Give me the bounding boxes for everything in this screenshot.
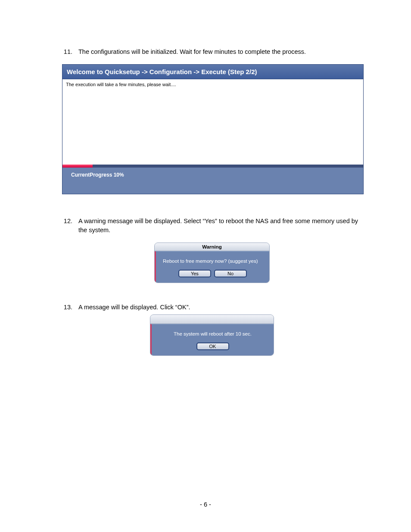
- step-text: A message will be displayed. Click “OK”.: [78, 303, 368, 312]
- quicksetup-panel: Welcome to Quicksetup -> Configuration -…: [62, 64, 364, 194]
- step-number: 12.: [56, 217, 78, 235]
- dialog-message: Reboot to free memory now? (suggest yes): [163, 258, 262, 264]
- ok-button[interactable]: OK: [196, 342, 229, 350]
- quicksetup-title: Welcome to Quicksetup -> Configuration -…: [62, 65, 363, 79]
- step-number: 11.: [56, 47, 78, 56]
- dialog-message: The system will reboot after 10 sec.: [159, 330, 267, 337]
- quicksetup-body-text: The execution will take a few minutes, p…: [66, 82, 176, 87]
- progress-label: CurrentProgress 10%: [62, 168, 128, 178]
- step-number: 13.: [56, 303, 78, 312]
- progress-bar-track: [62, 165, 363, 168]
- instruction-step-13: 13. A message will be displayed. Click “…: [56, 303, 368, 312]
- quicksetup-body: The execution will take a few minutes, p…: [62, 79, 363, 165]
- reboot-dialog: The system will reboot after 10 sec. OK: [150, 314, 274, 356]
- step-text: A warning message will be displayed. Sel…: [78, 217, 368, 235]
- quicksetup-footer: CurrentProgress 10%: [62, 165, 363, 194]
- yes-button[interactable]: Yes: [178, 270, 211, 277]
- dialog-title: Warning: [155, 243, 269, 251]
- step-text: The configurations will be initialized. …: [78, 47, 368, 56]
- page-number: - 6 -: [0, 501, 411, 508]
- warning-dialog: Warning Reboot to free memory now? (sugg…: [154, 243, 270, 283]
- no-button[interactable]: No: [214, 270, 247, 277]
- progress-bar-fill: [62, 165, 93, 168]
- instruction-step-12: 12. A warning message will be displayed.…: [56, 217, 368, 235]
- instruction-step-11: 11. The configurations will be initializ…: [56, 47, 368, 56]
- dialog-title: [150, 315, 274, 324]
